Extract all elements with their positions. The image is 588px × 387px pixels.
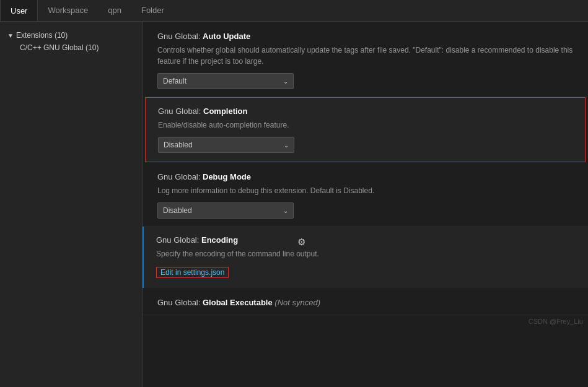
setting-global-executable: Gnu Global: Global Executable (Not synce… — [143, 288, 588, 315]
sidebar-extensions-label: Extensions (10) — [16, 31, 68, 40]
chevron-down-icon: ⌄ — [283, 78, 288, 85]
setting-auto-update-desc: Controls whether global should automatic… — [157, 45, 573, 67]
setting-completion-prefix: Gnu Global: — [158, 107, 203, 116]
gear-icon[interactable]: ⚙ — [297, 237, 305, 248]
setting-debug-mode-desc: Log more information to debug this exten… — [157, 185, 573, 196]
setting-debug-mode-dropdown[interactable]: Disabled ⌄ — [157, 202, 294, 219]
chevron-down-icon: ⌄ — [283, 207, 288, 214]
setting-completion-value: Disabled — [164, 141, 193, 149]
setting-encoding-bold: Encoding — [201, 235, 238, 245]
setting-auto-update-bold: Auto Update — [203, 32, 250, 41]
setting-auto-update-prefix: Gnu Global: — [157, 32, 203, 41]
setting-debug-bold: Debug Mode — [203, 172, 251, 181]
tab-folder-label: Folder — [141, 6, 164, 15]
chevron-down-icon: ▼ — [7, 32, 14, 39]
main-content: ▼ Extensions (10) C/C++ GNU Global (10) … — [0, 22, 588, 387]
setting-auto-update-title: Gnu Global: Auto Update — [157, 32, 573, 41]
tab-qpn[interactable]: qpn — [98, 0, 131, 21]
setting-global-exec-bold: Global Executable — [203, 298, 273, 307]
setting-debug-mode-title: Gnu Global: Debug Mode — [157, 172, 573, 181]
tab-user[interactable]: User — [0, 0, 38, 21]
setting-encoding-prefix: Gnu Global: — [156, 235, 201, 245]
setting-encoding-title: Gnu Global: Encoding — [156, 235, 573, 245]
setting-debug-prefix: Gnu Global: — [157, 172, 203, 181]
tab-bar: User Workspace qpn Folder — [0, 0, 588, 22]
setting-completion-title: Gnu Global: Completion — [158, 107, 573, 116]
setting-debug-mode-value: Disabled — [163, 206, 192, 215]
tab-user-label: User — [11, 6, 27, 15]
setting-global-exec-prefix: Gnu Global: — [157, 298, 203, 307]
setting-auto-update: Gnu Global: Auto Update Controls whether… — [143, 22, 588, 97]
tab-qpn-label: qpn — [108, 6, 121, 15]
setting-auto-update-dropdown[interactable]: Default ⌄ — [157, 73, 294, 89]
setting-encoding: ⚙ Gnu Global: Encoding Specify the encod… — [143, 227, 588, 288]
setting-completion-desc: Enable/disable auto-completion feature. — [158, 120, 573, 131]
watermark: CSDN @Frey_Liu — [529, 318, 583, 325]
sidebar-item-cpp-gnu-global[interactable]: C/C++ GNU Global (10) — [0, 41, 142, 54]
setting-global-executable-title: Gnu Global: Global Executable (Not synce… — [157, 298, 573, 307]
edit-in-settings-link[interactable]: Edit in settings.json — [156, 267, 229, 278]
setting-global-exec-italic: (Not synced) — [273, 298, 320, 307]
setting-encoding-desc: Specify the encoding of the command line… — [156, 248, 573, 259]
chevron-down-icon: ⌄ — [284, 142, 289, 149]
setting-completion: Gnu Global: Completion Enable/disable au… — [145, 97, 586, 162]
setting-completion-bold: Completion — [203, 107, 248, 116]
setting-auto-update-value: Default — [163, 77, 186, 85]
tab-folder[interactable]: Folder — [131, 0, 174, 21]
tab-workspace-label: Workspace — [48, 6, 88, 15]
sidebar-extensions-header[interactable]: ▼ Extensions (10) — [0, 29, 142, 41]
settings-content: Gnu Global: Auto Update Controls whether… — [143, 22, 588, 387]
setting-debug-mode: Gnu Global: Debug Mode Log more informat… — [143, 162, 588, 227]
sidebar-item-cpp-gnu-label: C/C++ GNU Global (10) — [20, 43, 99, 52]
tab-workspace[interactable]: Workspace — [38, 0, 98, 21]
sidebar-extensions-group: ▼ Extensions (10) C/C++ GNU Global (10) — [0, 27, 142, 56]
setting-completion-dropdown[interactable]: Disabled ⌄ — [158, 137, 294, 153]
sidebar: ▼ Extensions (10) C/C++ GNU Global (10) — [0, 22, 143, 387]
